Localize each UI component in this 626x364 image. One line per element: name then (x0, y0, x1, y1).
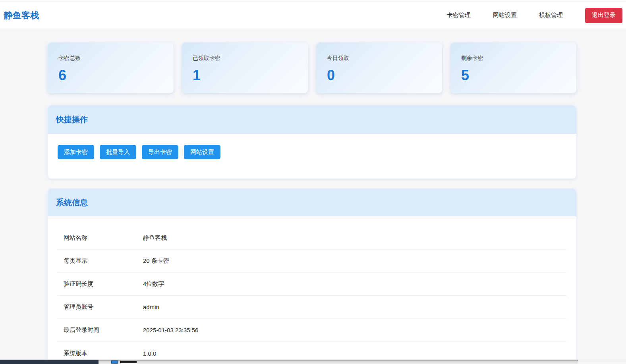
stat-value: 6 (58, 67, 174, 84)
info-value: 20 条卡密 (143, 257, 169, 265)
quick-actions-header: 快捷操作 (48, 105, 576, 134)
system-info-card: 系统信息 网站名称 静鱼客栈 每页显示 20 条卡密 验证码长度 4位数字 管理… (48, 189, 576, 364)
taskbar-light-segment (578, 360, 626, 364)
info-label: 网站名称 (64, 234, 143, 242)
taskbar-edge (0, 360, 626, 364)
quick-actions-title: 快捷操作 (56, 114, 88, 125)
taskbar-mid-segment (99, 360, 578, 364)
logout-button[interactable]: 退出登录 (585, 8, 622, 23)
site-settings-button[interactable]: 网站设置 (184, 145, 220, 159)
system-info-title: 系统信息 (56, 197, 88, 208)
info-value: admin (143, 304, 159, 310)
stat-card-claimed: 已领取卡密 1 (182, 42, 308, 93)
quick-actions-card: 快捷操作 添加卡密 批量导入 导出卡密 网站设置 (48, 105, 576, 179)
stat-card-total: 卡密总数 6 (48, 42, 174, 93)
navbar-menu: 卡密管理 网站设置 模板管理 退出登录 (447, 8, 622, 23)
navbar: 静鱼客栈 卡密管理 网站设置 模板管理 退出登录 (0, 2, 626, 29)
nav-item-card-management[interactable]: 卡密管理 (447, 12, 471, 19)
info-value: 静鱼客栈 (143, 234, 167, 242)
stat-value: 1 (193, 67, 308, 84)
info-row-site-name: 网站名称 静鱼客栈 (58, 227, 566, 250)
stat-card-today: 今日领取 0 (316, 42, 442, 93)
info-row-per-page: 每页显示 20 条卡密 (58, 250, 566, 273)
stat-label: 卡密总数 (58, 55, 174, 62)
info-row-last-login: 最后登录时间 2025-01-03 23:35:56 (58, 319, 566, 342)
info-label: 管理员账号 (64, 303, 143, 311)
app-window-icon (111, 360, 118, 364)
batch-import-button[interactable]: 批量导入 (100, 145, 136, 159)
nav-item-template-management[interactable]: 模板管理 (539, 12, 563, 19)
stat-label: 今日领取 (327, 55, 442, 62)
page-background: 卡密总数 6 已领取卡密 1 今日领取 0 剩余卡密 5 快捷操作 添加卡密 (0, 29, 626, 364)
stat-value: 5 (461, 67, 576, 84)
brand-logo[interactable]: 静鱼客栈 (4, 10, 39, 21)
stat-label: 剩余卡密 (461, 55, 576, 62)
info-value: 1.0.0 (143, 350, 156, 357)
quick-actions-body: 添加卡密 批量导入 导出卡密 网站设置 (48, 134, 576, 179)
system-info-rows: 网站名称 静鱼客栈 每页显示 20 条卡密 验证码长度 4位数字 管理员账号 a… (58, 216, 566, 364)
stat-value: 0 (327, 67, 442, 84)
taskbar-dark-segment (0, 360, 99, 364)
stat-label: 已领取卡密 (193, 55, 308, 62)
stat-card-remaining: 剩余卡密 5 (450, 42, 576, 93)
main-content: 卡密总数 6 已领取卡密 1 今日领取 0 剩余卡密 5 快捷操作 添加卡密 (48, 29, 576, 364)
export-cards-button[interactable]: 导出卡密 (142, 145, 178, 159)
info-label: 验证码长度 (64, 280, 143, 288)
info-label: 系统版本 (64, 350, 143, 357)
info-row-captcha-length: 验证码长度 4位数字 (58, 273, 566, 296)
taskbar-item[interactable] (111, 360, 137, 364)
info-value: 4位数字 (143, 280, 164, 288)
nav-item-site-settings[interactable]: 网站设置 (493, 12, 517, 19)
add-card-button[interactable]: 添加卡密 (58, 145, 94, 159)
info-row-admin-account: 管理员账号 admin (58, 296, 566, 319)
info-label: 最后登录时间 (64, 326, 143, 334)
taskbar-item-label (120, 361, 137, 363)
system-info-header: 系统信息 (48, 189, 576, 216)
info-value: 2025-01-03 23:35:56 (143, 327, 198, 333)
info-label: 每页显示 (64, 257, 143, 265)
stats-row: 卡密总数 6 已领取卡密 1 今日领取 0 剩余卡密 5 (48, 42, 576, 93)
